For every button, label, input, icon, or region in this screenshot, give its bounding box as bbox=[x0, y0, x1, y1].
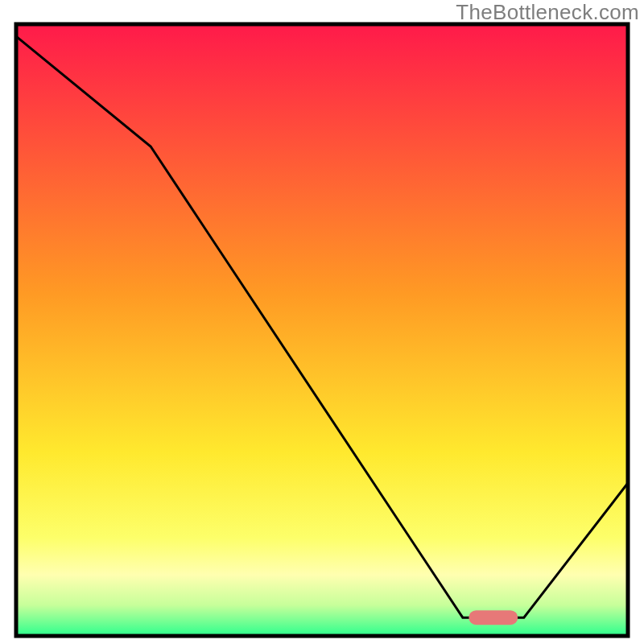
plot-area bbox=[16, 24, 628, 636]
chart-container: TheBottleneck.com bbox=[0, 0, 644, 644]
minimum-marker bbox=[469, 610, 518, 625]
watermark-text: TheBottleneck.com bbox=[456, 0, 639, 25]
gradient-background bbox=[16, 24, 628, 636]
chart-svg bbox=[0, 0, 644, 644]
